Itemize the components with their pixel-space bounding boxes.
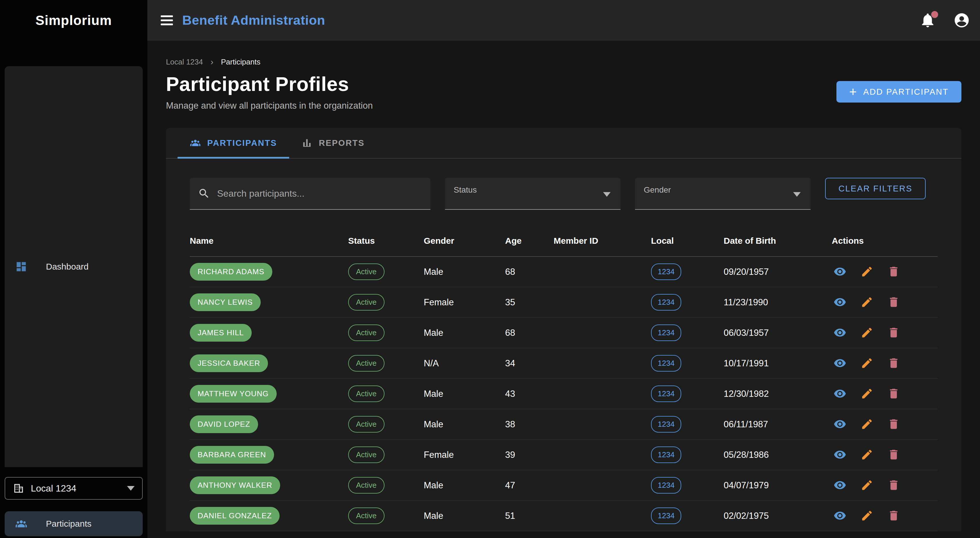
edit-button[interactable] (859, 416, 875, 432)
local-badge: 1234 (651, 477, 681, 494)
gender-cell: Female (424, 440, 505, 470)
view-button[interactable] (832, 477, 848, 493)
edit-button[interactable] (859, 446, 875, 463)
table-row: DANIEL GONZALEZ Active Male 51 1234 02/0… (190, 500, 937, 531)
sidebar-item-label: Participants (46, 519, 92, 529)
column-header-member-id: Member ID (554, 229, 651, 257)
view-button[interactable] (832, 446, 848, 463)
delete-button[interactable] (886, 324, 902, 341)
age-cell: 51 (505, 500, 554, 531)
edit-button[interactable] (859, 508, 875, 524)
eye-icon (834, 296, 846, 308)
edit-button[interactable] (859, 324, 875, 341)
trash-icon (887, 296, 900, 308)
member-id-cell (554, 440, 651, 470)
gender-cell: Male (424, 257, 505, 287)
table-row: JAMES HILL Active Male 68 1234 06/03/195… (190, 317, 937, 348)
participant-name-badge: JESSICA BAKER (190, 354, 268, 372)
participant-name-badge: ANTHONY WALKER (190, 476, 280, 494)
participant-name-badge: MATTHEW YOUNG (190, 385, 277, 403)
chevron-down-icon (793, 192, 801, 197)
tab-participants[interactable]: PARTICIPANTS (178, 128, 289, 158)
sidebar: Simplorium Dashboard (0, 0, 147, 538)
tab-bar: PARTICIPANTS REPORTS (166, 128, 961, 159)
add-participant-button[interactable]: + ADD PARTICIPANT (837, 81, 961, 103)
pencil-icon (861, 479, 873, 492)
member-id-cell (554, 317, 651, 348)
participants-card: PARTICIPANTS REPORTS (166, 128, 961, 531)
view-button[interactable] (832, 355, 848, 371)
member-id-cell (554, 257, 651, 287)
local-badge: 1234 (651, 508, 681, 524)
eye-icon (834, 479, 846, 492)
member-id-cell (554, 348, 651, 379)
edit-button[interactable] (859, 263, 875, 280)
table-row: JESSICA BAKER Active N/A 34 1234 10/17/1… (190, 348, 937, 379)
delete-button[interactable] (886, 294, 902, 310)
edit-button[interactable] (859, 386, 875, 402)
org-selector[interactable]: Local 1234 (5, 477, 143, 500)
table-header-row: Name Status Gender Age Member ID Local D… (190, 229, 937, 257)
view-button[interactable] (832, 263, 848, 280)
column-header-actions: Actions (832, 229, 937, 257)
menu-icon[interactable] (161, 15, 173, 25)
breadcrumb-parent[interactable]: Local 1234 (166, 57, 203, 67)
notifications-button[interactable] (920, 12, 936, 29)
view-button[interactable] (832, 294, 848, 310)
sidebar-item-label: Dashboard (46, 262, 89, 271)
sidebar-item-participants[interactable]: Participants (5, 511, 143, 536)
table-row: DAVID LOPEZ Active Male 38 1234 06/11/19… (190, 409, 937, 440)
status-badge: Active (348, 324, 385, 341)
edit-button[interactable] (859, 477, 875, 493)
bar-chart-icon (301, 137, 312, 148)
search-field (190, 178, 430, 210)
clear-filters-button[interactable]: CLEAR FILTERS (825, 178, 926, 199)
eye-icon (834, 387, 846, 400)
view-button[interactable] (832, 416, 848, 432)
eye-icon (834, 326, 846, 339)
age-cell: 68 (505, 317, 554, 348)
table-row: ANTHONY WALKER Active Male 47 1234 04/07… (190, 470, 937, 500)
table-row: BARBARA GREEN Active Female 39 1234 05/2… (190, 440, 937, 470)
delete-button[interactable] (886, 386, 902, 402)
delete-button[interactable] (886, 508, 902, 524)
view-button[interactable] (832, 324, 848, 341)
delete-button[interactable] (886, 263, 902, 280)
pencil-icon (861, 418, 873, 430)
trash-icon (887, 326, 900, 339)
sidebar-item-dashboard[interactable]: Dashboard (5, 66, 143, 467)
people-icon (15, 518, 27, 530)
delete-button[interactable] (886, 416, 902, 432)
view-button[interactable] (832, 386, 848, 402)
status-badge: Active (348, 294, 385, 311)
delete-button[interactable] (886, 355, 902, 371)
status-badge: Active (348, 416, 385, 433)
tab-label: PARTICIPANTS (207, 138, 277, 148)
account-button[interactable] (953, 12, 970, 29)
status-badge: Active (348, 355, 385, 371)
dob-cell: 06/03/1957 (724, 317, 832, 348)
gender-select[interactable]: Gender (635, 178, 811, 210)
delete-button[interactable] (886, 446, 902, 463)
member-id-cell (554, 287, 651, 317)
view-button[interactable] (832, 508, 848, 524)
edit-button[interactable] (859, 294, 875, 310)
dashboard-icon (15, 260, 27, 273)
app-title: Benefit Administration (182, 13, 325, 28)
topbar: Benefit Administration (147, 0, 980, 41)
edit-button[interactable] (859, 355, 875, 371)
search-input[interactable] (217, 188, 422, 199)
tab-reports[interactable]: REPORTS (289, 128, 377, 158)
gender-cell: Male (424, 317, 505, 348)
trash-icon (887, 357, 900, 370)
status-select[interactable]: Status (445, 178, 620, 210)
gender-cell: Female (424, 287, 505, 317)
age-cell: 34 (505, 348, 554, 379)
title-row: Participant Profiles Manage and view all… (166, 73, 961, 111)
delete-button[interactable] (886, 477, 902, 493)
filters-row: Status Gender CLEAR FILTERS (166, 159, 961, 210)
gender-cell: Male (424, 409, 505, 440)
page-content: Local 1234 › Participants Participant Pr… (147, 41, 980, 538)
column-header-local: Local (651, 229, 724, 257)
trash-icon (887, 418, 900, 430)
